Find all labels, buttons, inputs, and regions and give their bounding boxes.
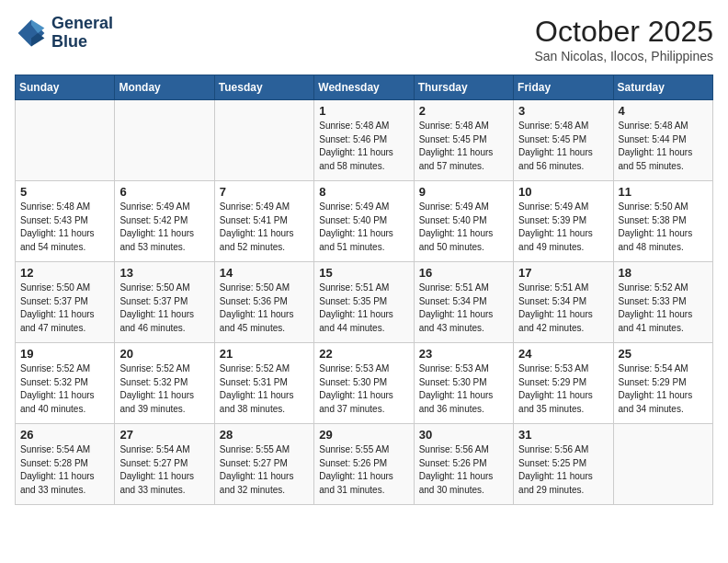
day-info: Sunrise: 5:48 AM Sunset: 5:45 PM Dayligh… — [518, 120, 608, 173]
week-row-5: 26Sunrise: 5:54 AM Sunset: 5:28 PM Dayli… — [16, 424, 713, 505]
calendar-cell — [115, 100, 214, 181]
week-row-3: 12Sunrise: 5:50 AM Sunset: 5:37 PM Dayli… — [16, 262, 713, 343]
col-header-tuesday: Tuesday — [214, 75, 313, 100]
day-number: 31 — [518, 428, 608, 442]
calendar-cell: 14Sunrise: 5:50 AM Sunset: 5:36 PM Dayli… — [214, 262, 313, 343]
col-header-sunday: Sunday — [16, 75, 115, 100]
calendar-cell: 6Sunrise: 5:49 AM Sunset: 5:42 PM Daylig… — [115, 181, 214, 262]
day-info: Sunrise: 5:48 AM Sunset: 5:46 PM Dayligh… — [319, 120, 408, 173]
day-number: 21 — [220, 347, 309, 361]
day-info: Sunrise: 5:49 AM Sunset: 5:41 PM Dayligh… — [220, 201, 309, 254]
day-number: 20 — [119, 347, 209, 361]
calendar-cell: 11Sunrise: 5:50 AM Sunset: 5:38 PM Dayli… — [613, 181, 712, 262]
day-number: 10 — [518, 185, 608, 199]
day-number: 12 — [20, 266, 109, 280]
day-number: 6 — [119, 185, 209, 199]
day-info: Sunrise: 5:49 AM Sunset: 5:42 PM Dayligh… — [119, 201, 209, 254]
calendar-cell: 23Sunrise: 5:53 AM Sunset: 5:30 PM Dayli… — [414, 343, 513, 424]
calendar-cell: 4Sunrise: 5:48 AM Sunset: 5:44 PM Daylig… — [613, 100, 712, 181]
location: San Nicolas, Ilocos, Philippines — [534, 49, 713, 63]
day-number: 16 — [419, 266, 508, 280]
day-number: 2 — [419, 104, 508, 118]
day-number: 28 — [220, 428, 309, 442]
day-number: 13 — [119, 266, 209, 280]
calendar-table: SundayMondayTuesdayWednesdayThursdayFrid… — [15, 75, 713, 505]
col-header-monday: Monday — [115, 75, 214, 100]
calendar-cell: 26Sunrise: 5:54 AM Sunset: 5:28 PM Dayli… — [16, 424, 115, 505]
calendar-cell: 12Sunrise: 5:50 AM Sunset: 5:37 PM Dayli… — [16, 262, 115, 343]
day-number: 5 — [20, 185, 109, 199]
col-header-saturday: Saturday — [613, 75, 712, 100]
week-row-1: 1Sunrise: 5:48 AM Sunset: 5:46 PM Daylig… — [16, 100, 713, 181]
day-number: 4 — [619, 104, 708, 118]
logo: General Blue — [15, 15, 113, 52]
day-info: Sunrise: 5:53 AM Sunset: 5:29 PM Dayligh… — [518, 362, 608, 416]
calendar-cell: 9Sunrise: 5:49 AM Sunset: 5:40 PM Daylig… — [414, 181, 513, 262]
day-number: 8 — [319, 185, 408, 199]
calendar-cell — [16, 100, 115, 181]
day-info: Sunrise: 5:52 AM Sunset: 5:32 PM Dayligh… — [119, 362, 209, 416]
calendar-cell: 30Sunrise: 5:56 AM Sunset: 5:26 PM Dayli… — [414, 424, 513, 505]
day-info: Sunrise: 5:49 AM Sunset: 5:39 PM Dayligh… — [518, 201, 608, 254]
calendar-cell: 1Sunrise: 5:48 AM Sunset: 5:46 PM Daylig… — [314, 100, 414, 181]
calendar-cell: 5Sunrise: 5:48 AM Sunset: 5:43 PM Daylig… — [16, 181, 115, 262]
day-info: Sunrise: 5:49 AM Sunset: 5:40 PM Dayligh… — [319, 201, 408, 254]
calendar-cell: 3Sunrise: 5:48 AM Sunset: 5:45 PM Daylig… — [514, 100, 613, 181]
day-number: 19 — [20, 347, 109, 361]
calendar-cell: 31Sunrise: 5:56 AM Sunset: 5:25 PM Dayli… — [514, 424, 613, 505]
day-info: Sunrise: 5:55 AM Sunset: 5:26 PM Dayligh… — [319, 443, 408, 497]
month-title: October 2025 — [534, 15, 713, 49]
day-info: Sunrise: 5:51 AM Sunset: 5:35 PM Dayligh… — [319, 282, 408, 335]
calendar-cell: 8Sunrise: 5:49 AM Sunset: 5:40 PM Daylig… — [314, 181, 414, 262]
day-info: Sunrise: 5:54 AM Sunset: 5:29 PM Dayligh… — [619, 362, 708, 416]
day-info: Sunrise: 5:50 AM Sunset: 5:38 PM Dayligh… — [619, 201, 708, 254]
calendar-cell: 15Sunrise: 5:51 AM Sunset: 5:35 PM Dayli… — [314, 262, 414, 343]
calendar-cell: 25Sunrise: 5:54 AM Sunset: 5:29 PM Dayli… — [613, 343, 712, 424]
day-number: 3 — [518, 104, 608, 118]
week-row-2: 5Sunrise: 5:48 AM Sunset: 5:43 PM Daylig… — [16, 181, 713, 262]
calendar-cell: 10Sunrise: 5:49 AM Sunset: 5:39 PM Dayli… — [514, 181, 613, 262]
calendar-cell: 13Sunrise: 5:50 AM Sunset: 5:37 PM Dayli… — [115, 262, 214, 343]
calendar-cell: 18Sunrise: 5:52 AM Sunset: 5:33 PM Dayli… — [613, 262, 712, 343]
day-info: Sunrise: 5:52 AM Sunset: 5:33 PM Dayligh… — [619, 282, 708, 335]
day-number: 22 — [319, 347, 408, 361]
day-info: Sunrise: 5:50 AM Sunset: 5:37 PM Dayligh… — [119, 282, 209, 335]
day-info: Sunrise: 5:49 AM Sunset: 5:40 PM Dayligh… — [419, 201, 508, 254]
day-number: 24 — [518, 347, 608, 361]
logo-text: General Blue — [51, 15, 113, 52]
day-number: 15 — [319, 266, 408, 280]
calendar-cell: 28Sunrise: 5:55 AM Sunset: 5:27 PM Dayli… — [214, 424, 313, 505]
day-number: 17 — [518, 266, 608, 280]
day-number: 18 — [619, 266, 708, 280]
day-info: Sunrise: 5:48 AM Sunset: 5:43 PM Dayligh… — [20, 201, 109, 254]
day-number: 14 — [220, 266, 309, 280]
calendar-cell: 21Sunrise: 5:52 AM Sunset: 5:31 PM Dayli… — [214, 343, 313, 424]
calendar-cell: 2Sunrise: 5:48 AM Sunset: 5:45 PM Daylig… — [414, 100, 513, 181]
day-info: Sunrise: 5:51 AM Sunset: 5:34 PM Dayligh… — [518, 282, 608, 335]
day-number: 7 — [220, 185, 309, 199]
day-number: 27 — [119, 428, 209, 442]
logo-icon — [15, 17, 48, 50]
day-number: 23 — [419, 347, 508, 361]
day-info: Sunrise: 5:50 AM Sunset: 5:36 PM Dayligh… — [220, 282, 309, 335]
day-number: 26 — [20, 428, 109, 442]
calendar-cell: 7Sunrise: 5:49 AM Sunset: 5:41 PM Daylig… — [214, 181, 313, 262]
day-info: Sunrise: 5:51 AM Sunset: 5:34 PM Dayligh… — [419, 282, 508, 335]
day-number: 30 — [419, 428, 508, 442]
calendar-cell: 24Sunrise: 5:53 AM Sunset: 5:29 PM Dayli… — [514, 343, 613, 424]
col-header-friday: Friday — [514, 75, 613, 100]
day-info: Sunrise: 5:56 AM Sunset: 5:26 PM Dayligh… — [419, 443, 508, 497]
day-number: 25 — [619, 347, 708, 361]
day-info: Sunrise: 5:52 AM Sunset: 5:32 PM Dayligh… — [20, 362, 109, 416]
calendar-cell: 27Sunrise: 5:54 AM Sunset: 5:27 PM Dayli… — [115, 424, 214, 505]
day-info: Sunrise: 5:52 AM Sunset: 5:31 PM Dayligh… — [220, 362, 309, 416]
day-info: Sunrise: 5:48 AM Sunset: 5:44 PM Dayligh… — [619, 120, 708, 173]
calendar-cell: 22Sunrise: 5:53 AM Sunset: 5:30 PM Dayli… — [314, 343, 414, 424]
day-number: 1 — [319, 104, 408, 118]
week-row-4: 19Sunrise: 5:52 AM Sunset: 5:32 PM Dayli… — [16, 343, 713, 424]
col-header-wednesday: Wednesday — [314, 75, 414, 100]
day-info: Sunrise: 5:53 AM Sunset: 5:30 PM Dayligh… — [419, 362, 508, 416]
calendar-cell: 17Sunrise: 5:51 AM Sunset: 5:34 PM Dayli… — [514, 262, 613, 343]
col-header-thursday: Thursday — [414, 75, 513, 100]
day-number: 11 — [619, 185, 708, 199]
